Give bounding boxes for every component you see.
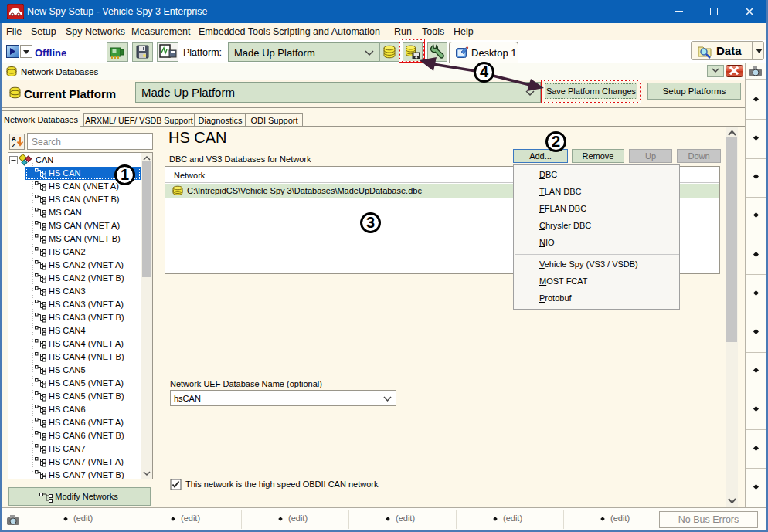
svg-text:A: A <box>12 135 16 142</box>
svg-text:Z: Z <box>12 142 15 149</box>
